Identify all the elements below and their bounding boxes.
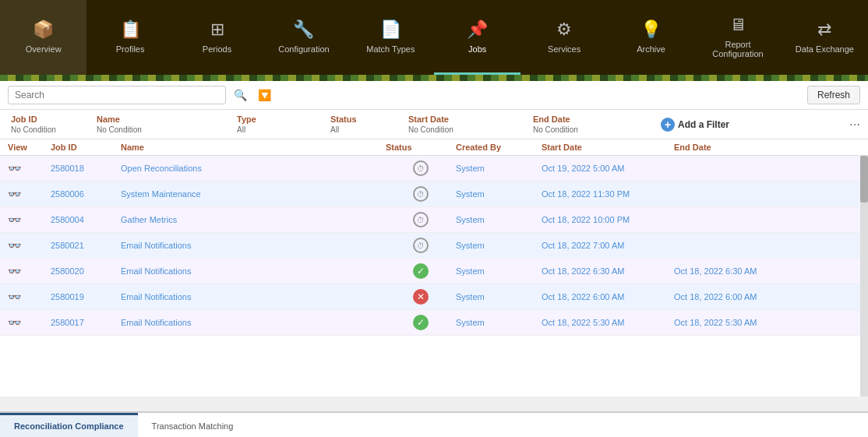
- end-date-cell: Oct 18, 2022 6:00 AM: [674, 292, 806, 301]
- search-icon[interactable]: 🔍: [231, 87, 250, 103]
- view-cell[interactable]: 👓: [8, 265, 51, 277]
- filter-name-value: No Condition: [94, 125, 234, 136]
- created-by-cell: System: [456, 318, 542, 327]
- end-date-cell: Oct 18, 2022 6:30 AM: [674, 266, 806, 276]
- filter-end-date-value: No Condition: [530, 125, 655, 136]
- configuration-icon: 🔧: [293, 19, 314, 40]
- filter-start-date-value: No Condition: [405, 125, 530, 136]
- nav-item-match-types[interactable]: 📄 Match Types: [348, 0, 434, 75]
- job-id-cell[interactable]: 2580006: [51, 189, 121, 199]
- nav-item-periods[interactable]: ⊞ Periods: [174, 0, 260, 75]
- jobs-icon: 📌: [467, 19, 488, 40]
- name-cell[interactable]: System Maintenance: [121, 189, 386, 199]
- filter-type-label: Type: [234, 113, 327, 125]
- search-input[interactable]: [8, 86, 226, 104]
- name-cell[interactable]: Open Reconciliations: [121, 164, 386, 173]
- nav-label-report-configuration: Report Configuration: [712, 40, 763, 58]
- filter-name-label: Name: [94, 113, 234, 125]
- filter-type: Type All: [234, 113, 327, 136]
- job-id-cell[interactable]: 2580020: [51, 266, 121, 276]
- status-cell: ⏱: [386, 212, 456, 227]
- created-by-cell: System: [456, 241, 542, 250]
- match-types-icon: 📄: [380, 19, 401, 40]
- filter-icon[interactable]: 🔽: [255, 87, 274, 103]
- status-pending-icon: ⏱: [413, 160, 429, 176]
- job-id-cell[interactable]: 2580004: [51, 215, 121, 224]
- name-cell[interactable]: Email Notifications: [121, 241, 386, 250]
- table-body: 👓 2580018 Open Reconciliations ⏱ System …: [0, 156, 868, 396]
- status-pending-icon: ⏱: [413, 212, 429, 227]
- glasses-icon[interactable]: 👓: [8, 316, 21, 329]
- nav-item-report-configuration[interactable]: 🖥 Report Configuration: [694, 0, 781, 75]
- filter-row: Job ID No Condition Name No Condition Ty…: [0, 110, 868, 139]
- glasses-icon[interactable]: 👓: [8, 188, 21, 200]
- name-cell[interactable]: Email Notifications: [121, 266, 386, 276]
- tab-reconciliation-compliance[interactable]: Reconciliation Compliance: [0, 413, 138, 437]
- start-date-cell: Oct 18, 2022 7:00 AM: [542, 241, 674, 250]
- nav-item-archive[interactable]: 💡 Archive: [608, 0, 694, 75]
- job-id-cell[interactable]: 2580018: [51, 164, 121, 173]
- status-success-icon: ✓: [413, 263, 429, 279]
- archive-icon: 💡: [640, 19, 662, 40]
- nav-label-profiles: Profiles: [116, 44, 145, 54]
- created-by-cell: System: [456, 292, 542, 301]
- status-pending-icon: ⏱: [413, 238, 429, 253]
- table-row: 👓 2580004 Gather Metrics ⏱ System Oct 18…: [0, 207, 868, 233]
- status-error-icon: ✕: [413, 289, 429, 305]
- start-date-cell: Oct 18, 2022 11:30 PM: [542, 189, 674, 199]
- view-cell[interactable]: 👓: [8, 213, 51, 226]
- refresh-button[interactable]: Refresh: [807, 86, 860, 104]
- status-cell: ⏱: [386, 160, 456, 176]
- glasses-icon[interactable]: 👓: [8, 239, 21, 252]
- nav-item-configuration[interactable]: 🔧 Configuration: [260, 0, 347, 75]
- add-filter-button[interactable]: + Add a Filter: [661, 118, 729, 132]
- job-id-cell[interactable]: 2580017: [51, 318, 121, 327]
- status-cell: ⏱: [386, 186, 456, 202]
- glasses-icon[interactable]: 👓: [8, 291, 21, 303]
- name-cell[interactable]: Email Notifications: [121, 318, 386, 327]
- glasses-icon[interactable]: 👓: [8, 162, 21, 174]
- created-by-cell: System: [456, 266, 542, 276]
- job-id-cell[interactable]: 2580019: [51, 292, 121, 301]
- view-cell[interactable]: 👓: [8, 239, 51, 252]
- table-row: 👓 2580021 Email Notifications ⏱ System O…: [0, 233, 868, 259]
- nav-item-jobs[interactable]: 📌 Jobs: [434, 0, 520, 75]
- filter-type-value: All: [234, 125, 327, 136]
- view-cell[interactable]: 👓: [8, 162, 51, 174]
- nav-label-periods: Periods: [203, 44, 231, 54]
- decorative-strip: [0, 75, 868, 81]
- name-cell[interactable]: Gather Metrics: [121, 215, 386, 224]
- glasses-icon[interactable]: 👓: [8, 213, 21, 226]
- scrollbar-thumb[interactable]: [860, 156, 868, 203]
- glasses-icon[interactable]: 👓: [8, 265, 21, 277]
- th-created-by: Created By: [456, 143, 542, 152]
- name-cell[interactable]: Email Notifications: [121, 292, 386, 301]
- services-icon: ⚙: [556, 19, 572, 40]
- nav-item-services[interactable]: ⚙ Services: [520, 0, 607, 75]
- created-by-cell: System: [456, 164, 542, 173]
- view-cell[interactable]: 👓: [8, 316, 51, 329]
- top-nav: 📦 Overview 📋 Profiles ⊞ Periods 🔧 Config…: [0, 0, 868, 75]
- nav-label-archive: Archive: [637, 44, 665, 54]
- nav-item-data-exchange[interactable]: ⇄ Data Exchange: [782, 0, 868, 75]
- report-configuration-icon: 🖥: [729, 15, 746, 35]
- filter-job-id-value: No Condition: [8, 125, 94, 136]
- filter-job-id: Job ID No Condition: [8, 113, 94, 136]
- scrollbar-track[interactable]: [860, 156, 868, 396]
- more-options-button[interactable]: ⋯: [849, 118, 860, 131]
- table-row: 👓 2580019 Email Notifications ✕ System O…: [0, 284, 868, 310]
- status-cell: ✓: [386, 315, 456, 330]
- profiles-icon: 📋: [120, 19, 141, 40]
- view-cell[interactable]: 👓: [8, 188, 51, 200]
- th-status: Status: [386, 143, 456, 152]
- tab-transaction-matching[interactable]: Transaction Matching: [138, 413, 248, 437]
- start-date-cell: Oct 18, 2022 5:30 AM: [542, 318, 674, 327]
- nav-item-profiles[interactable]: 📋 Profiles: [86, 0, 173, 75]
- view-cell[interactable]: 👓: [8, 291, 51, 303]
- job-id-cell[interactable]: 2580021: [51, 241, 121, 250]
- filter-start-date-label: Start Date: [405, 113, 530, 125]
- status-success-icon: ✓: [413, 315, 429, 330]
- nav-item-overview[interactable]: 📦 Overview: [0, 0, 86, 75]
- filter-status: Status All: [327, 113, 405, 136]
- filter-end-date-label: End Date: [530, 113, 655, 125]
